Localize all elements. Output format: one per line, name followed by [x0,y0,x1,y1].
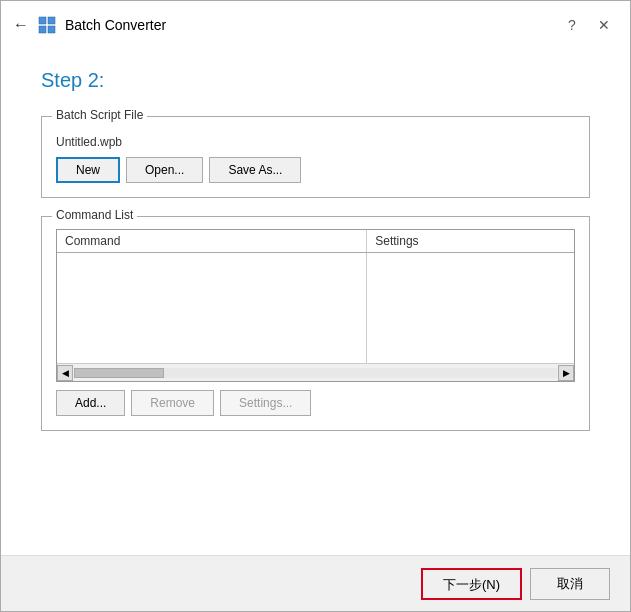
command-list-actions: Add... Remove Settings... [56,390,575,416]
command-list-group: Command List Command Settings ◀ ▶ [41,216,590,431]
new-button[interactable]: New [56,157,120,183]
column-command-header: Command [57,230,367,252]
title-bar-left: ← Batch Converter [13,15,558,35]
add-button[interactable]: Add... [56,390,125,416]
step-label: Step 2: [41,69,590,92]
scroll-left-arrow[interactable]: ◀ [57,365,73,381]
horizontal-scrollbar[interactable]: ◀ ▶ [57,363,574,381]
command-list-title: Command List [52,208,137,222]
svg-rect-0 [39,17,46,24]
settings-column-body [367,253,574,363]
app-title: Batch Converter [65,17,166,33]
open-button[interactable]: Open... [126,157,203,183]
close-button[interactable]: ✕ [590,11,618,39]
batch-script-group: Batch Script File Untitled.wpb New Open.… [41,116,590,198]
settings-button[interactable]: Settings... [220,390,311,416]
back-arrow-icon[interactable]: ← [13,16,29,34]
next-button[interactable]: 下一步(N) [421,568,522,600]
footer: 下一步(N) 取消 [1,555,630,611]
title-bar: ← Batch Converter ? ✕ [1,1,630,49]
script-file-name: Untitled.wpb [56,135,575,149]
cancel-button[interactable]: 取消 [530,568,610,600]
command-column-body [57,253,367,363]
batch-script-title: Batch Script File [52,108,147,122]
remove-button[interactable]: Remove [131,390,214,416]
main-window: ← Batch Converter ? ✕ Step 2: Batch Scri… [0,0,631,612]
content-area: Step 2: Batch Script File Untitled.wpb N… [1,49,630,555]
column-settings-header: Settings [367,230,574,252]
svg-rect-2 [39,26,46,33]
scroll-track[interactable] [74,368,557,378]
command-list-table: Command Settings ◀ ▶ [56,229,575,382]
app-icon [37,15,57,35]
command-list-header: Command Settings [57,230,574,253]
scroll-thumb[interactable] [74,368,164,378]
svg-rect-3 [48,26,55,33]
save-as-button[interactable]: Save As... [209,157,301,183]
help-button[interactable]: ? [558,11,586,39]
script-buttons: New Open... Save As... [56,157,575,183]
title-bar-controls: ? ✕ [558,11,618,39]
svg-rect-1 [48,17,55,24]
scroll-right-arrow[interactable]: ▶ [558,365,574,381]
command-list-body [57,253,574,363]
